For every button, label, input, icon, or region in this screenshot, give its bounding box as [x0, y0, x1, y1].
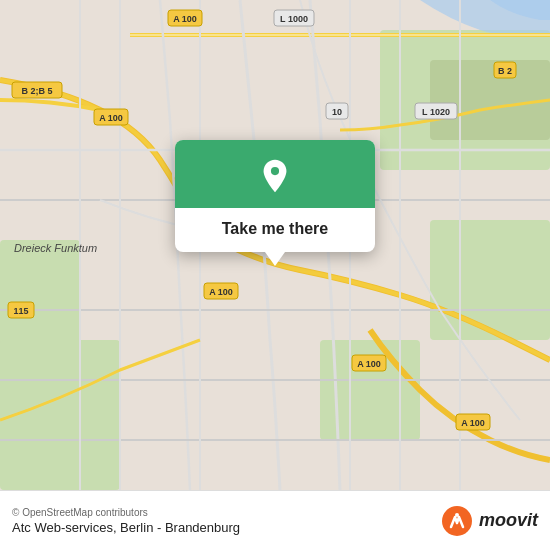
- popup-header: [175, 140, 375, 208]
- svg-text:10: 10: [332, 107, 342, 117]
- svg-point-30: [271, 167, 279, 175]
- svg-text:A 100: A 100: [357, 359, 381, 369]
- moovit-logo-text: moovit: [479, 510, 538, 531]
- svg-rect-3: [430, 60, 550, 140]
- popup-button-area[interactable]: Take me there: [175, 208, 375, 252]
- svg-text:Dreieck Funktum: Dreieck Funktum: [14, 242, 97, 254]
- popup-card: Take me there: [175, 140, 375, 252]
- copyright-text: © OpenStreetMap contributors: [12, 507, 240, 518]
- svg-text:A 100: A 100: [461, 418, 485, 428]
- svg-text:A 100: A 100: [209, 287, 233, 297]
- svg-point-32: [455, 513, 459, 517]
- footer-bar: © OpenStreetMap contributors Atc Web-ser…: [0, 490, 550, 550]
- take-me-there-button[interactable]: Take me there: [191, 220, 359, 238]
- svg-text:A 100: A 100: [173, 14, 197, 24]
- location-text: Atc Web-services, Berlin - Brandenburg: [12, 520, 240, 535]
- moovit-logo[interactable]: moovit: [441, 505, 538, 537]
- svg-text:L 1000: L 1000: [280, 14, 308, 24]
- footer-left: © OpenStreetMap contributors Atc Web-ser…: [12, 507, 240, 535]
- svg-text:B 2;B 5: B 2;B 5: [21, 86, 52, 96]
- svg-text:B 2: B 2: [498, 66, 512, 76]
- map-container: A 100 L 1000 B 2;B 5 A 100 10 L 1020 B 2…: [0, 0, 550, 490]
- svg-text:L 1020: L 1020: [422, 107, 450, 117]
- moovit-logo-icon: [441, 505, 473, 537]
- svg-text:115: 115: [13, 306, 28, 316]
- svg-text:A 100: A 100: [99, 113, 123, 123]
- location-pin-icon: [257, 158, 293, 194]
